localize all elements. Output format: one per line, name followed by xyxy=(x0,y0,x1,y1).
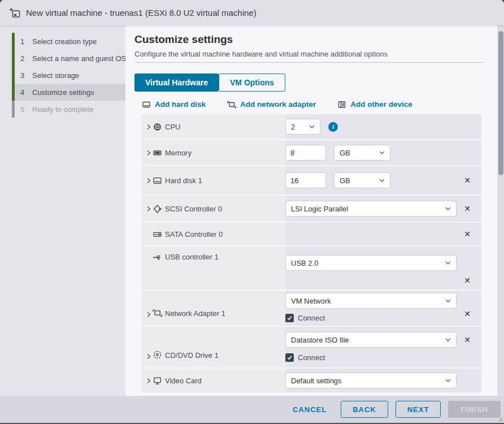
caret-down-icon xyxy=(379,151,385,155)
video-settings-value: Default settings xyxy=(291,377,342,385)
hard-disk-icon xyxy=(153,176,165,185)
cancel-button[interactable]: CANCEL xyxy=(293,405,327,414)
step-ready-to-complete[interactable]: 5 Ready to complete xyxy=(15,101,125,118)
customize-settings-panel: Customize settings Configure the virtual… xyxy=(125,25,504,396)
step-select-creation-type[interactable]: 1 Select creation type xyxy=(15,33,125,50)
resize-grip[interactable] xyxy=(498,417,503,422)
row-sata-label-cell: SATA Controller 0 xyxy=(141,223,285,245)
add-hard-disk-button[interactable]: Add hard disk xyxy=(142,100,206,109)
row-cddvd-controls: Datastore ISO file ✕ Connect xyxy=(285,327,481,367)
step-label: Select creation type xyxy=(32,37,97,46)
caret-down-icon xyxy=(445,338,451,342)
settings-tabs: Virtual Hardware VM Options xyxy=(134,73,484,92)
step-number: 3 xyxy=(20,71,28,80)
row-scsi-label-cell: SCSI Controller 0 xyxy=(141,196,285,222)
row-hard-disk-label-cell: Hard disk 1 xyxy=(141,166,285,194)
finish-button: FINISH xyxy=(448,401,501,418)
cddvd-connect-row: Connect xyxy=(285,353,325,362)
row-network-label-cell: Network Adapter 1 xyxy=(141,291,285,326)
row-memory: Memory GB xyxy=(141,140,481,165)
step-label: Ready to complete xyxy=(32,105,93,114)
remove-network-adapter-button[interactable]: ✕ xyxy=(464,310,471,318)
step-select-name-guest-os[interactable]: 2 Select a name and guest OS xyxy=(15,50,125,67)
expand-chevron-icon[interactable] xyxy=(144,206,153,212)
add-device-toolbar: Add hard disk Add network adapter xyxy=(142,99,484,110)
row-usb-label-cell: USB controller 1 xyxy=(141,246,285,289)
scsi-type-select[interactable]: LSI Logic Parallel xyxy=(285,201,457,217)
cddvd-media-value: Datastore ISO file xyxy=(291,336,349,344)
remove-hard-disk-button[interactable]: ✕ xyxy=(464,176,471,184)
expand-chevron-icon[interactable] xyxy=(144,378,153,384)
add-network-adapter-button[interactable]: Add network adapter xyxy=(227,100,316,109)
row-cddvd-drive: CD/DVD Drive 1 Datastore ISO file ✕ xyxy=(141,327,481,367)
memory-size-input[interactable] xyxy=(285,145,326,161)
row-network-controls: VM Network Connect ✕ xyxy=(285,291,481,326)
expand-chevron-icon[interactable] xyxy=(144,150,153,156)
caret-down-icon xyxy=(445,261,451,265)
cddvd-media-row: Datastore ISO file ✕ xyxy=(285,332,481,348)
caret-down-icon xyxy=(309,125,315,129)
remove-sata-controller-button[interactable]: ✕ xyxy=(464,230,471,238)
row-sata-controller: SATA Controller 0 ✕ xyxy=(141,223,481,245)
hard-disk-label: Hard disk 1 xyxy=(165,176,202,185)
video-card-label: Video Card xyxy=(165,377,202,385)
cddvd-media-select[interactable]: Datastore ISO file xyxy=(285,332,457,348)
video-settings-select[interactable]: Default settings xyxy=(285,373,457,388)
cpu-count-select[interactable]: 2 xyxy=(285,119,320,135)
virtual-hardware-table: CPU 2 i xyxy=(141,114,481,392)
row-cpu-controls: 2 i xyxy=(285,114,481,139)
row-cpu-label-cell: CPU xyxy=(141,114,285,139)
scrollbar-thumb[interactable] xyxy=(498,31,503,175)
scsi-type-value: LSI Logic Parallel xyxy=(291,205,348,213)
cddvd-icon xyxy=(153,350,165,360)
network-connect-checkbox[interactable] xyxy=(285,314,294,322)
next-button[interactable]: NEXT xyxy=(396,401,441,418)
memory-unit-value: GB xyxy=(340,149,350,157)
row-scsi-controller: SCSI Controller 0 LSI Logic Parallel ✕ xyxy=(141,196,481,222)
step-customize-settings[interactable]: 4 Customize settings xyxy=(15,84,125,101)
row-usb-controls: USB 2.0 ✕ xyxy=(285,246,481,289)
usb-version-select[interactable]: USB 2.0 xyxy=(285,255,457,271)
memory-unit-select[interactable]: GB xyxy=(334,145,390,161)
step-select-storage[interactable]: 3 Select storage xyxy=(15,67,125,84)
wizard-steps-sidebar: 1 Select creation type 2 Select a name a… xyxy=(0,25,125,396)
step-number: 5 xyxy=(20,105,28,114)
remove-scsi-controller-button[interactable]: ✕ xyxy=(464,205,471,213)
cddvd-label: CD/DVD Drive 1 xyxy=(165,351,219,360)
hard-disk-unit-select[interactable]: GB xyxy=(334,172,390,188)
row-network-adapter: Network Adapter 1 VM Network xyxy=(141,291,481,326)
tab-virtual-hardware[interactable]: Virtual Hardware xyxy=(134,73,219,92)
cddvd-connect-checkbox[interactable] xyxy=(285,353,294,362)
expand-chevron-icon[interactable] xyxy=(144,353,153,360)
add-hard-disk-label: Add hard disk xyxy=(155,100,206,109)
network-adapter-icon xyxy=(153,308,165,318)
row-hard-disk-controls: GB ✕ xyxy=(285,166,481,194)
caret-down-icon xyxy=(445,207,451,211)
back-button[interactable]: BACK xyxy=(341,401,388,418)
other-device-icon xyxy=(337,100,346,109)
expand-chevron-icon[interactable] xyxy=(144,178,153,184)
add-network-adapter-label: Add network adapter xyxy=(240,100,316,109)
vertical-scrollbar[interactable] xyxy=(497,25,504,396)
add-other-device-button[interactable]: Add other device xyxy=(337,100,412,109)
cpu-label: CPU xyxy=(165,123,180,131)
network-select[interactable]: VM Network xyxy=(285,293,457,309)
network-value: VM Network xyxy=(291,297,331,305)
tab-vm-options[interactable]: VM Options xyxy=(219,73,285,92)
row-scsi-controls: LSI Logic Parallel ✕ xyxy=(285,196,481,222)
header-divider xyxy=(134,62,484,63)
hard-disk-size-input[interactable] xyxy=(285,172,326,188)
add-vm-icon xyxy=(9,7,21,19)
row-usb-controller: USB controller 1 USB 2.0 ✕ xyxy=(141,246,481,289)
info-icon[interactable]: i xyxy=(328,122,338,132)
step-label: Customize settings xyxy=(32,88,94,97)
expand-chevron-icon[interactable] xyxy=(144,311,153,318)
remove-usb-controller-button[interactable]: ✕ xyxy=(464,276,471,284)
remove-cddvd-button[interactable]: ✕ xyxy=(464,336,471,344)
expand-chevron-icon[interactable] xyxy=(144,124,153,130)
dialog-title: New virtual machine - truenas1 (ESXi 8.0… xyxy=(26,8,257,18)
scsi-controller-icon xyxy=(153,204,165,214)
new-vm-dialog: New virtual machine - truenas1 (ESXi 8.0… xyxy=(0,0,504,424)
progress-rail-done xyxy=(12,33,15,101)
check-icon xyxy=(286,354,293,361)
